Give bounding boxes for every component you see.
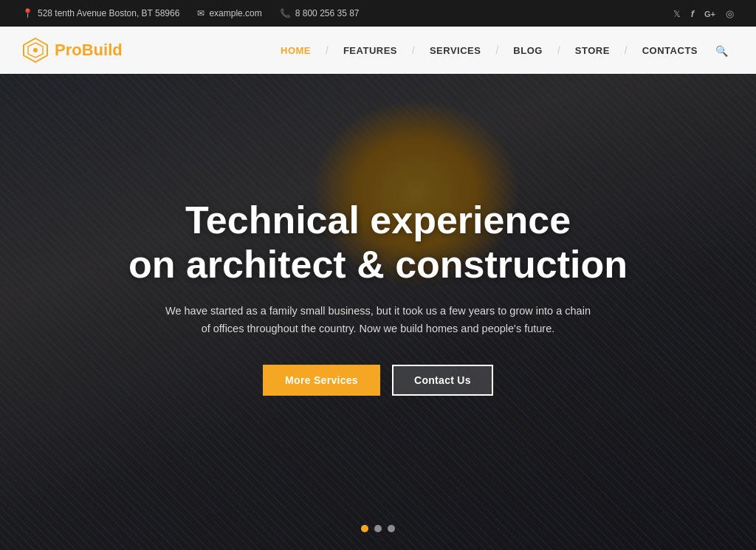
nav-item-services[interactable]: SERVICES <box>421 39 490 62</box>
hero-content: Technical experience on architect & cons… <box>114 199 642 425</box>
top-bar-contact-info: 528 tenth Avenue Boston, BT 58966 exampl… <box>22 8 360 18</box>
more-services-button[interactable]: More Services <box>263 365 380 396</box>
nav-link-features[interactable]: FEATURES <box>334 39 406 62</box>
search-icon[interactable] <box>709 38 734 63</box>
hero-title: Technical experience on architect & cons… <box>128 199 628 287</box>
phone-item: 8 800 256 35 87 <box>280 8 360 18</box>
hero-dots <box>361 525 395 532</box>
logo[interactable]: ProBuild <box>22 37 123 63</box>
nav-separator-2: / <box>410 44 416 56</box>
email-text: example.com <box>209 8 261 18</box>
address-text: 528 tenth Avenue Boston, BT 58966 <box>38 8 179 18</box>
nav-item-home[interactable]: HOME <box>272 39 320 62</box>
gplus-icon[interactable] <box>704 8 715 19</box>
logo-icon <box>22 37 49 63</box>
logo-text: ProBuild <box>55 41 123 60</box>
nav-separator-1: / <box>324 44 330 56</box>
phone-icon <box>280 8 291 18</box>
nav-item-contacts[interactable]: CONTACTS <box>633 39 707 62</box>
phone-text: 8 800 256 35 87 <box>295 8 360 18</box>
top-bar: 528 tenth Avenue Boston, BT 58966 exampl… <box>0 0 756 27</box>
nav-link-store[interactable]: STORE <box>566 39 619 62</box>
nav-item-store[interactable]: STORE <box>566 39 619 62</box>
twitter-icon[interactable] <box>673 8 681 19</box>
social-links <box>673 8 734 19</box>
hero-title-line1: Technical experience <box>185 199 571 241</box>
dot-2[interactable] <box>374 525 382 532</box>
nav-link-services[interactable]: SERVICES <box>421 39 490 62</box>
main-navbar: ProBuild HOME / FEATURES / SERVICES / BL… <box>0 27 756 74</box>
dot-1[interactable] <box>361 525 368 532</box>
nav-separator-5: / <box>623 44 629 56</box>
email-item: example.com <box>197 8 261 18</box>
nav-container: HOME / FEATURES / SERVICES / BLOG / STOR… <box>272 38 734 63</box>
logo-pro: Pro <box>55 41 82 59</box>
location-icon <box>22 8 33 18</box>
nav-item-blog[interactable]: BLOG <box>504 39 551 62</box>
address-item: 528 tenth Avenue Boston, BT 58966 <box>22 8 179 18</box>
nav-item-features[interactable]: FEATURES <box>334 39 406 62</box>
svg-point-2 <box>33 48 38 52</box>
hero-title-line2: on architect & construction <box>128 243 628 286</box>
contact-us-button[interactable]: Contact Us <box>392 365 493 396</box>
hero-section: Technical experience on architect & cons… <box>0 74 756 550</box>
logo-build: Build <box>82 41 123 59</box>
nav-link-contacts[interactable]: CONTACTS <box>633 39 707 62</box>
hero-subtitle: We have started as a family small busine… <box>164 302 592 338</box>
nav-links: HOME / FEATURES / SERVICES / BLOG / STOR… <box>272 39 707 62</box>
dot-3[interactable] <box>388 525 395 532</box>
nav-link-home[interactable]: HOME <box>272 39 320 62</box>
instagram-icon[interactable] <box>726 8 734 19</box>
nav-link-blog[interactable]: BLOG <box>504 39 551 62</box>
facebook-icon[interactable] <box>691 8 694 19</box>
hero-buttons: More Services Contact Us <box>128 365 628 396</box>
email-icon <box>197 8 205 18</box>
nav-separator-3: / <box>494 44 500 56</box>
nav-separator-4: / <box>556 44 562 56</box>
